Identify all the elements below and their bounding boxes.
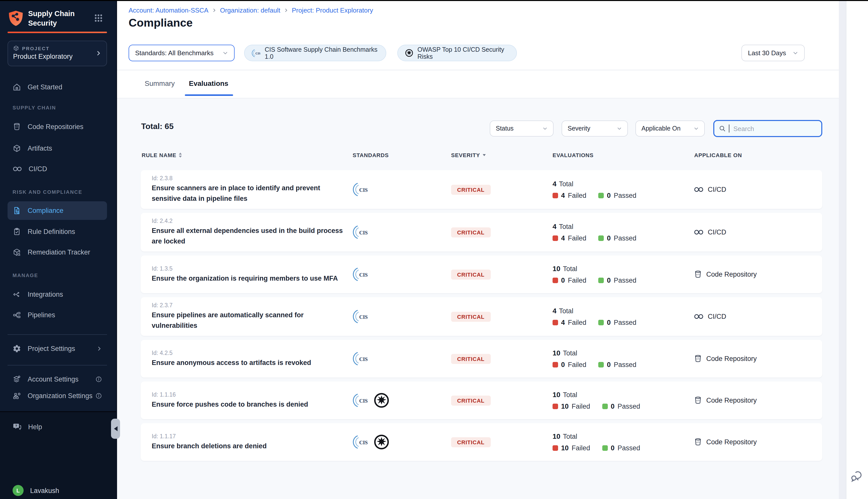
table-row[interactable]: Id: 1.3.5 Ensure the organization is req… xyxy=(141,256,822,293)
breadcrumb-project-link[interactable]: Project: Product Exploratory xyxy=(292,7,373,14)
compliance-doc-search-icon xyxy=(13,206,21,215)
brand-title: Supply Chain Security xyxy=(28,9,88,28)
feedback-chat-icon[interactable] xyxy=(850,470,863,483)
total-count: 10 xyxy=(553,391,560,399)
app-grid-icon[interactable] xyxy=(94,14,103,22)
sidebar-item-artifacts[interactable]: Artifacts xyxy=(8,141,107,156)
user-menu[interactable]: L Lavakush xyxy=(8,483,107,498)
section-label-supply-chain: SUPPLY CHAIN xyxy=(13,105,56,112)
rule-name: Ensure branch deletions are denied xyxy=(152,440,349,451)
failed-label: Failed xyxy=(568,361,587,368)
applicable-on-label: Code Repository xyxy=(706,438,757,446)
package-icon xyxy=(13,45,19,51)
failed-count: 0 xyxy=(561,277,565,284)
applicable-on-cell: CI/CD xyxy=(694,228,822,236)
project-selector[interactable]: PROJECT Product Exploratory xyxy=(8,41,107,66)
scrollbar-track[interactable] xyxy=(839,0,846,499)
rule-id: Id: 1.3.5 xyxy=(152,265,353,271)
passed-count: 0 xyxy=(607,192,611,199)
rule-name: Ensure anonymous access to artifacts is … xyxy=(152,357,349,368)
sidebar-item-get-started[interactable]: Get Started xyxy=(8,79,107,94)
window-top-edge xyxy=(0,0,868,1)
applicable-on-cell: </> Code Repository xyxy=(694,438,822,446)
table-row[interactable]: Id: 1.1.17 Ensure branch deletions are d… xyxy=(141,423,822,461)
severity-badge: CRITICAL xyxy=(451,354,491,364)
passed-indicator xyxy=(602,445,608,451)
sidebar-item-help[interactable]: ? Help xyxy=(8,419,107,434)
sidebar-item-cicd[interactable]: CI/CD xyxy=(8,161,107,176)
table-row[interactable]: Id: 4.2.5 Ensure anonymous access to art… xyxy=(141,340,822,378)
page-title: Compliance xyxy=(129,16,193,29)
chip-cis-benchmark[interactable]: CIS CIS Software Supply Chain Benchmarks… xyxy=(244,45,386,61)
tab-evaluations[interactable]: Evaluations xyxy=(189,76,228,90)
search-icon xyxy=(719,125,726,132)
column-header-evaluations: EVALUATIONS xyxy=(553,150,593,160)
sidebar-item-rule-definitions[interactable]: Rule Definitions xyxy=(8,224,107,239)
rule-name: Ensure pipelines are automatically scann… xyxy=(152,310,349,331)
passed-indicator xyxy=(602,404,608,409)
passed-count: 0 xyxy=(611,403,615,410)
failed-count: 4 xyxy=(561,234,565,242)
total-count: 4 xyxy=(553,222,557,230)
rule-id: Id: 2.3.8 xyxy=(152,175,353,181)
sidebar-item-pipelines[interactable]: Pipelines xyxy=(8,307,107,322)
search-input[interactable] xyxy=(732,124,810,133)
passed-count: 0 xyxy=(607,234,611,242)
passed-label: Passed xyxy=(618,444,640,452)
date-range-dropdown[interactable]: Last 30 Days xyxy=(742,45,805,61)
sidebar-collapse-handle[interactable] xyxy=(111,419,120,439)
section-label-manage: MANAGE xyxy=(13,272,38,280)
rule-id: Id: 1.1.16 xyxy=(152,391,353,397)
chevron-right-icon xyxy=(95,50,101,56)
applicable-on-filter-dropdown[interactable]: Applicable On xyxy=(636,121,705,136)
total-count: 4 xyxy=(553,307,557,315)
table-row[interactable]: Id: 2.3.8 Ensure scanners are in place t… xyxy=(141,170,822,209)
tab-summary[interactable]: Summary xyxy=(145,76,175,90)
sidebar-item-account-settings[interactable]: Account Settings xyxy=(8,372,107,387)
column-header-rule-name[interactable]: RULE NAME xyxy=(142,150,182,160)
severity-badge: CRITICAL xyxy=(451,227,491,237)
gear-icon xyxy=(13,344,21,353)
svg-text:CIS: CIS xyxy=(359,230,368,235)
sidebar-item-code-repositories[interactable]: </> Code Repositories xyxy=(8,119,107,134)
table-row[interactable]: Id: 2.4.2 Ensure all external dependenci… xyxy=(141,213,822,252)
standards-dropdown[interactable]: Standards: All Benchmarks xyxy=(129,45,234,61)
sidebar-item-integrations[interactable]: Integrations xyxy=(8,287,107,302)
failed-indicator xyxy=(553,320,558,325)
svg-text:CIS: CIS xyxy=(359,398,368,404)
info-icon[interactable] xyxy=(95,392,102,399)
chip-owasp[interactable]: OWASP Top 10 CI/CD Security Risks xyxy=(397,45,517,61)
severity-filter-dropdown[interactable]: Severity xyxy=(562,121,628,136)
passed-label: Passed xyxy=(614,192,637,199)
failed-count: 10 xyxy=(561,403,569,410)
breadcrumb: Account: Automation-SSCA Organization: d… xyxy=(129,7,373,14)
failed-indicator xyxy=(553,278,558,283)
info-icon[interactable] xyxy=(95,376,102,382)
table-row[interactable]: Id: 2.3.7 Ensure pipelines are automatic… xyxy=(141,297,822,336)
failed-indicator xyxy=(553,445,558,451)
table-row[interactable]: Id: 1.1.16 Ensure force pushes code to b… xyxy=(141,381,822,419)
passed-indicator xyxy=(599,193,604,198)
status-filter-dropdown[interactable]: Status xyxy=(490,121,554,136)
breadcrumb-organization-link[interactable]: Organization: default xyxy=(220,7,280,14)
passed-count: 0 xyxy=(611,444,615,452)
failed-label: Failed xyxy=(571,403,590,410)
package-icon xyxy=(13,144,21,153)
sidebar-item-project-settings[interactable]: Project Settings xyxy=(8,341,107,356)
severity-badge: CRITICAL xyxy=(451,312,491,321)
integrations-icon xyxy=(13,290,21,299)
sidebar-item-remediation-tracker[interactable]: Remediation Tracker xyxy=(8,244,107,259)
column-header-severity[interactable]: SEVERITY xyxy=(451,150,485,160)
passed-label: Passed xyxy=(618,403,640,410)
code-repository-icon: </> xyxy=(694,270,702,279)
breadcrumb-account-link[interactable]: Account: Automation-SSCA xyxy=(129,7,208,14)
code-repository-icon: </> xyxy=(694,354,702,363)
passed-count: 0 xyxy=(607,319,611,326)
project-name: Product Exploratory xyxy=(13,53,101,60)
evaluations-cell: 10Total 0Failed 0Passed xyxy=(553,265,694,284)
sidebar-item-organization-settings[interactable]: Organization Settings xyxy=(8,388,107,403)
code-repository-icon: </> xyxy=(694,438,702,446)
project-label: PROJECT xyxy=(22,46,49,51)
sidebar-item-compliance[interactable]: Compliance xyxy=(8,201,107,220)
failed-label: Failed xyxy=(568,277,587,284)
